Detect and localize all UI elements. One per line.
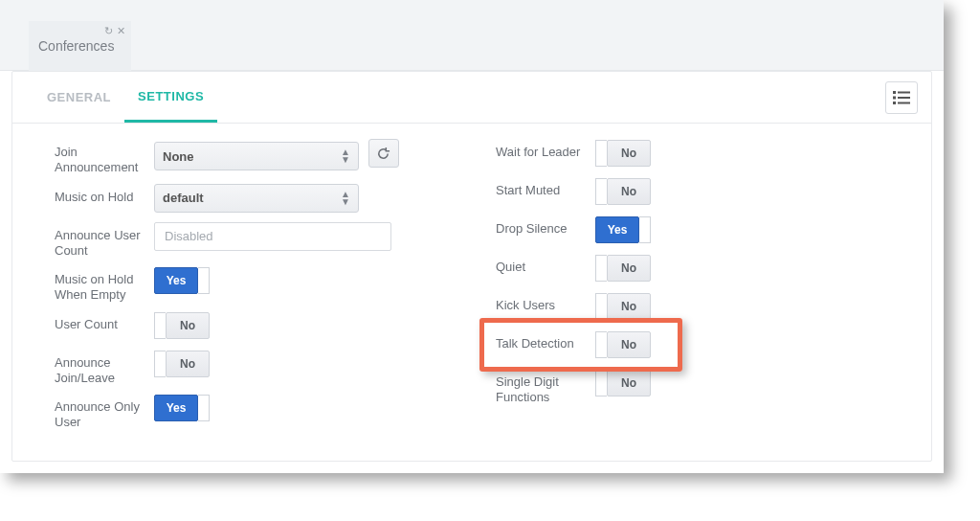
toggle-text: No [166,351,210,377]
row-moh-when-empty: Music on Hold When Empty Yes [55,266,457,304]
toggle-text: No [607,255,651,282]
select-arrows-icon: ▲▼ [341,148,350,164]
row-start-muted: Start Muted No [496,177,899,208]
user-count-toggle[interactable]: No [154,311,210,340]
label-drop-silence: Drop Silence [496,215,595,237]
row-talk-detection: Talk Detection No [496,330,899,361]
app-window: Conferences ↻ ✕ GENERAL SETTINGS [0,0,944,473]
talk-detection-toggle[interactable]: No [595,330,651,359]
drop-silence-toggle[interactable]: Yes [595,215,651,244]
row-wait-for-leader: Wait for Leader No [496,139,899,170]
toggle-knob [639,216,651,243]
announce-user-count-field[interactable] [154,222,391,251]
row-announce-user-count: Announce User Count [55,222,457,260]
toggle-text: No [607,140,651,167]
close-icon[interactable]: ✕ [117,25,125,37]
label-quiet: Quiet [496,254,595,275]
label-single-digit-functions: Single Digit Functions [496,369,595,406]
moh-when-empty-toggle[interactable]: Yes [154,266,210,295]
toggle-text: No [166,312,210,339]
window-title: Conferences [38,38,114,54]
toggle-knob [595,255,607,282]
music-on-hold-select[interactable]: default ▲▼ [154,184,359,213]
svg-rect-5 [898,102,910,104]
tab-settings[interactable]: SETTINGS [124,72,217,123]
kick-users-toggle[interactable]: No [595,292,651,321]
list-view-button[interactable] [885,81,918,114]
toggle-text: Yes [595,216,639,243]
label-announce-only-user: Announce Only User [55,394,154,431]
toggle-knob [154,312,166,339]
toggle-knob [595,140,607,167]
quiet-toggle[interactable]: No [595,254,651,283]
row-quiet: Quiet No [496,254,899,284]
join-announcement-value: None [163,149,194,164]
toggle-knob [595,331,607,358]
announce-join-leave-toggle[interactable]: No [154,350,210,378]
toggle-text: No [607,293,651,320]
toggle-text: Yes [154,395,198,421]
window-header-band: Conferences ↻ ✕ [0,0,944,71]
label-music-on-hold: Music on Hold [55,184,154,205]
svg-rect-1 [898,92,910,94]
toggle-knob [595,370,607,396]
single-digit-functions-toggle[interactable]: No [595,369,651,397]
toggle-text: No [607,331,651,358]
toggle-knob [198,267,210,294]
label-user-count: User Count [55,311,154,332]
row-join-announcement: Join Announcement None ▲▼ [55,139,457,176]
row-music-on-hold: Music on Hold default ▲▼ [55,184,457,215]
tab-general[interactable]: GENERAL [33,72,124,123]
label-join-announcement: Join Announcement [55,139,154,176]
svg-rect-2 [893,97,896,100]
svg-rect-4 [893,102,896,104]
row-single-digit-functions: Single Digit Functions No [496,369,899,406]
settings-content: Join Announcement None ▲▼ [12,124,931,454]
row-kick-users: Kick Users No [496,292,899,323]
select-arrows-icon: ▲▼ [341,191,350,206]
settings-panel: GENERAL SETTINGS Join Announcement None [11,71,932,462]
label-talk-detection: Talk Detection [496,330,595,351]
left-column: Join Announcement None ▲▼ [55,139,457,439]
row-announce-only-user: Announce Only User Yes [55,394,457,431]
label-start-muted: Start Muted [496,177,595,198]
right-column: Wait for Leader No Start Muted No [496,139,899,439]
list-icon [893,91,910,104]
label-announce-join-leave: Announce Join/Leave [55,350,154,387]
refresh-icon[interactable]: ↻ [104,25,113,37]
label-wait-for-leader: Wait for Leader [496,139,595,160]
start-muted-toggle[interactable]: No [595,177,651,206]
svg-rect-3 [898,97,910,99]
toggle-text: No [607,370,651,396]
toggle-knob [595,293,607,320]
reload-icon [376,147,390,161]
toggle-text: No [607,178,651,205]
wait-for-leader-toggle[interactable]: No [595,139,651,168]
label-announce-user-count: Announce User Count [55,222,154,260]
music-on-hold-value: default [163,191,204,205]
row-announce-join-leave: Announce Join/Leave No [55,350,457,387]
row-drop-silence: Drop Silence Yes [496,215,899,246]
tab-bar: GENERAL SETTINGS [12,72,931,124]
toggle-knob [198,395,210,421]
announce-only-user-toggle[interactable]: Yes [154,394,210,422]
label-moh-when-empty: Music on Hold When Empty [55,266,154,304]
row-user-count: User Count No [55,311,457,342]
label-kick-users: Kick Users [496,292,595,313]
toggle-knob [595,178,607,205]
join-announcement-select[interactable]: None ▲▼ [154,142,359,170]
toggle-text: Yes [154,267,198,294]
window-title-tab[interactable]: Conferences ↻ ✕ [29,21,131,71]
svg-rect-0 [893,91,896,94]
toggle-knob [154,351,166,377]
reload-announcement-button[interactable] [368,139,399,168]
